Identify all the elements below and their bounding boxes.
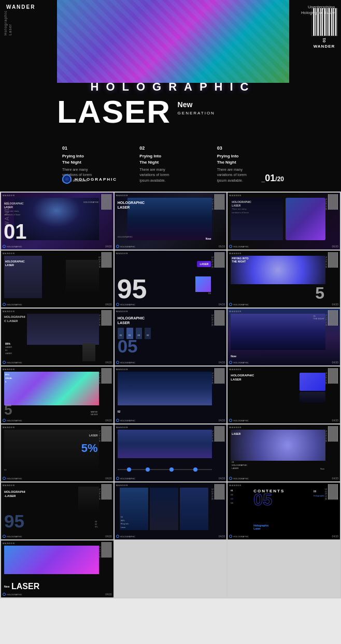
hero-col-1-num: 01 [62, 145, 129, 152]
slide-thumb-18-contents[interactable]: WANDER WANDE CONTENTS 05 01 02 03 04 06 … [228, 482, 340, 539]
slide08-page: 04/20 [219, 361, 225, 364]
slide02-barcode [215, 194, 225, 210]
slide01-bottom: HOLOGRAPHIC 04/20 [3, 245, 112, 248]
slide06-holo-text: HOLOGRAPHIC [233, 303, 249, 306]
slide14-brand: WANDER [116, 426, 129, 429]
slide05-laser-box: LASER [197, 261, 211, 267]
slide-thumb-08[interactable]: WANDER WANDE HOLOGRAPHICLASER 01 01 03 0… [115, 309, 227, 365]
slide09-now: Now [231, 355, 236, 358]
slides-grid-row3: WANDER WANDE HOLOGRAPHIC LASER 95%LASER0… [0, 309, 341, 367]
slide05-label: 1/5 [208, 292, 211, 295]
slide19-bottom: HOLOGRAPHIC 04/20 [3, 593, 112, 596]
slide-thumb-16[interactable]: WANDER WANDE HOLOGRAPHI-LASER 95 04020% … [1, 482, 113, 539]
slide-thumb-13[interactable]: WANDER WANDE 5% LASER 03 HOLOGRAPHIC 04/… [1, 425, 113, 481]
slide07-brand: WANDER [3, 310, 15, 313]
slide09-brand: WANDER [229, 310, 241, 313]
slide10-badge: HOLOGRAPHIC [3, 419, 22, 422]
slide18-brand: WANDER [229, 484, 241, 487]
slide02-bottom: HOLOGRAPHIC 05/20 [116, 245, 225, 248]
slide07-bottom: HOLOGRAPHIC 04/20 [3, 361, 112, 364]
slide-thumb-01[interactable]: WANDER WANDE HOLOGRAPHICLASERThere are m… [1, 193, 113, 250]
slide07-page: 04/20 [105, 361, 112, 364]
slide-thumb-03[interactable]: WANDER WANDE HOLOGRAPHICLASERThere are m… [228, 193, 340, 250]
slide14-barcode [215, 426, 225, 442]
slide12-brand: WANDER [229, 368, 241, 371]
slide12-right-content [300, 373, 325, 404]
slide18-holo-text: HOLOGRAPHIC [233, 535, 249, 538]
slide11-bottom: HOLOGRAPHIC 04/20 [116, 419, 225, 422]
slide09-barcode [328, 310, 338, 326]
slide03-bottom: HOLOGRAPHIC 06/20 [229, 245, 338, 248]
slide07-portrait-img [82, 343, 95, 361]
holo-badge-text: HOLOGRAPHIC [75, 177, 117, 182]
slide03-badge: HOLOGRAPHIC [229, 245, 249, 248]
slide10-page: 04/20 [105, 419, 112, 422]
slide-thumb-15[interactable]: WANDER WANDE LASER 01HOLOGRAPHICLASER No… [228, 425, 340, 481]
slide12-bottom: HOLOGRAPHIC 04/20 [229, 419, 338, 422]
slide-thumb-11[interactable]: WANDER WANDE 02 HOLOGRAPHIC 04/20 [115, 367, 227, 423]
slide-thumb-07[interactable]: WANDER WANDE HOLOGRAPHIC LASER 95%LASER0… [1, 309, 113, 365]
slide18-item-03: 03 [231, 497, 233, 501]
slide13-page: 04/20 [105, 477, 112, 480]
slide15-holo-dot [229, 477, 232, 480]
slide02-holo-text: HOLOGRAPHIC [120, 245, 136, 248]
slide07-city-img [27, 314, 99, 345]
slide-thumb-14[interactable]: WANDER WANDE Timeline 2017.01.03.2018 HO… [115, 425, 227, 481]
slide18-wande: WANDE [324, 488, 328, 500]
slide14-holo-dot [116, 477, 119, 480]
slide05-page: 04/20 [219, 303, 225, 306]
hero-col-3-num: 03 [217, 145, 284, 152]
slide17-labels: 0198%Ring intoLaser [121, 516, 129, 529]
slide18-bottom: HOLOGRAPHIC 04/20 [229, 535, 338, 538]
slide07-holo-dot [3, 361, 6, 364]
bottom-row-1: WANDER WANDE HOLOGRAPHI-LASER 95 04020% … [0, 482, 341, 540]
slide19-barcode [102, 542, 112, 558]
slide-thumb-05[interactable]: WANDER WANDE 95 LASER 1/5 HOLOGRAPHIC 04… [115, 251, 227, 308]
slide07-barcode [102, 310, 112, 326]
hero-col-2-title: Prying IntoThe Night [139, 153, 206, 166]
slide-thumb-06[interactable]: WANDER WANDE PRYING INTOTHE NIGHT 5 HOLO… [228, 251, 340, 308]
slide01-subtitle: HOLOGRAPHIC [83, 201, 99, 203]
slide18-holo-label: HolographicLaser [253, 524, 268, 530]
slide06-holo-dot [229, 303, 232, 306]
slide02-holo-label: HOLOGRAPHIC [118, 236, 133, 238]
slide-thumb-04[interactable]: WANDER WANDE HOLOGRAPHICLASER HOLOGRAPHI… [1, 251, 113, 308]
slide07-labels: 95%LASER01LASER [5, 342, 12, 356]
hero-badge: HOLOGRAPHIC [62, 174, 117, 184]
slide04-holo-dot [3, 303, 6, 306]
slide08-bottom: HOLOGRAPHIC 04/20 [116, 361, 225, 364]
slide05-barcode [215, 252, 225, 268]
slide08-barcode [215, 310, 225, 326]
slide11-tunnel-img [118, 372, 212, 405]
slide17-holo-dot [116, 535, 119, 538]
slide10-brand: WANDER [3, 368, 15, 371]
slide08-title: HOLOGRAPHICLASER [118, 316, 212, 325]
slide-thumb-12[interactable]: WANDER WANDE HOLOGRAPHICLASER HOLOGRAPHI… [228, 367, 340, 423]
slide-thumb-09[interactable]: WANDER WANDE 01THE NIGHT Now HOLOGRAPHIC… [228, 309, 340, 365]
slide-thumb-17[interactable]: WANDER WANDE 0198%Ring intoLaser HOLOGRA… [115, 482, 227, 539]
holo-circle-icon [62, 174, 72, 184]
slide-thumb-02[interactable]: WANDER WANDE HOLOGRAPHICLASER HOLOGRAPHI… [115, 193, 227, 250]
slide01-holo-dot [3, 245, 6, 248]
slide11-brand: WANDER [116, 368, 129, 371]
slide18-item-01: 01 [231, 489, 233, 493]
slide-thumb-10[interactable]: WANDER WANDE 85%USUAL5 MAYBENEVER 5 HOLO… [1, 367, 113, 423]
slide05-wande: WANDE [211, 256, 214, 268]
slide01-page: 04/20 [105, 245, 112, 248]
slide17-holo-text: HOLOGRAPHIC [120, 535, 136, 538]
slide12-barcode [328, 368, 338, 384]
slide13-barcode [102, 426, 112, 442]
slide14-dot4 [193, 467, 197, 472]
slide15-badge: HOLOGRAPHIC [229, 477, 249, 480]
slide16-badge: HOLOGRAPHIC [3, 535, 22, 538]
slide16-sub-labels: 04020% [95, 520, 98, 528]
slide04-barcode [102, 252, 112, 268]
slide-thumb-19[interactable]: WANDER WANDE New LASER HOLOGRAPHIC 04/20 [1, 540, 113, 597]
hero-gen-label: GENERATION [178, 110, 215, 116]
slide06-brand: WANDER [229, 252, 241, 255]
slide16-bottom: HOLOGRAPHIC 04/20 [3, 535, 112, 538]
slide01-barcode [102, 194, 112, 210]
slide02-holo-dot [116, 245, 119, 248]
slide13-holo-text: HOLOGRAPHIC [7, 477, 22, 480]
slide01-title: HOLOGRAPHICLASERThere are manyvariations… [4, 202, 24, 216]
